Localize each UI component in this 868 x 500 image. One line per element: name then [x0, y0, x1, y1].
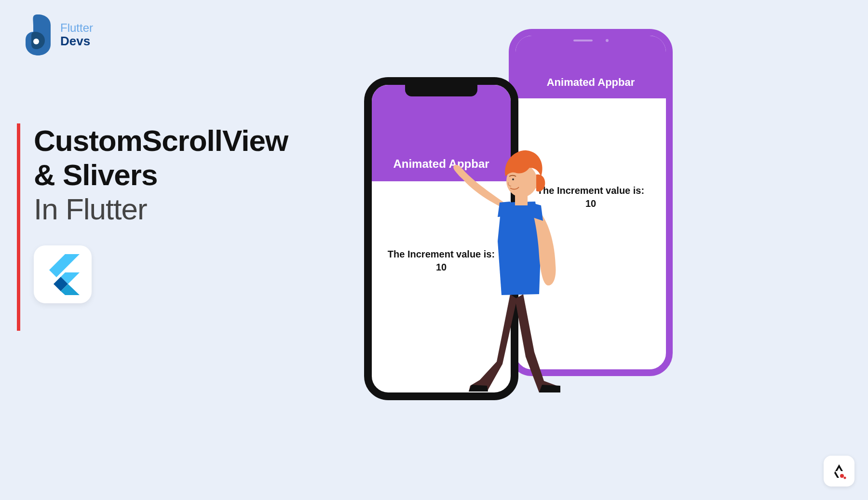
title-line-2: & Slivers	[34, 158, 288, 192]
title-line-3: In Flutter	[34, 192, 288, 226]
phone-notch-icon	[405, 85, 477, 96]
svg-point-6	[844, 477, 846, 479]
aeologic-badge-icon	[824, 456, 854, 486]
hero-title-block: CustomScrollView & Slivers In Flutter	[17, 123, 288, 331]
logo-mark-icon	[22, 14, 54, 55]
red-accent-bar	[17, 123, 20, 331]
logo-text-top: Flutter	[60, 22, 93, 34]
svg-point-5	[840, 474, 844, 478]
hero-title-text: CustomScrollView & Slivers In Flutter	[34, 123, 288, 331]
title-line-1: CustomScrollView	[34, 123, 288, 158]
person-illustration-icon	[453, 145, 588, 400]
flutter-framework-icon	[34, 245, 92, 303]
flutter-devs-logo: Flutter Devs	[22, 14, 93, 55]
svg-point-4	[512, 178, 514, 180]
phone-notch-icon	[552, 36, 629, 46]
logo-text-bottom: Devs	[60, 34, 93, 48]
logo-text: Flutter Devs	[60, 22, 93, 48]
svg-point-0	[33, 39, 39, 44]
phone-back-appbar-title: Animated Appbar	[547, 76, 635, 89]
